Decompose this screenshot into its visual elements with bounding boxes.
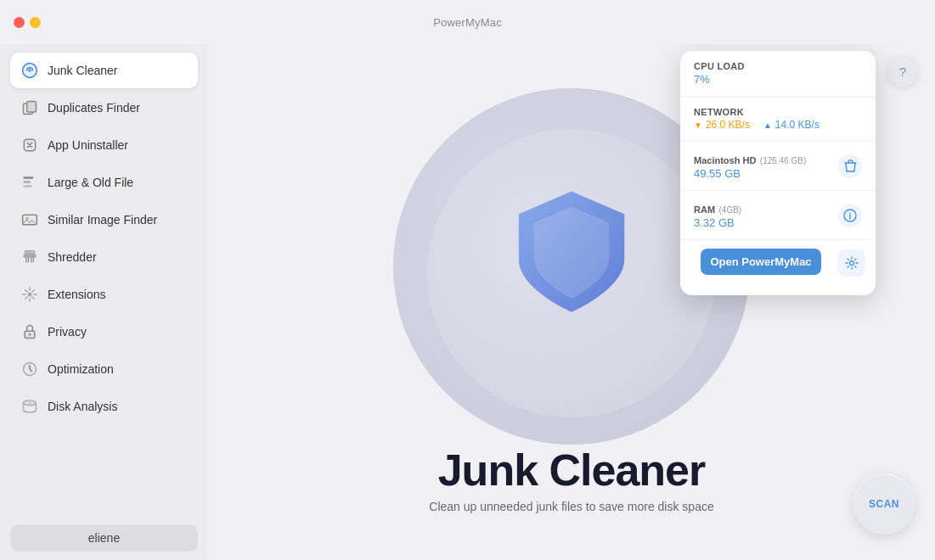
ram-value: 3.32 GB — [694, 216, 741, 229]
disk-trash-button[interactable] — [838, 154, 862, 178]
sidebar-label-optimization: Optimization — [48, 362, 114, 376]
help-button[interactable]: ? — [887, 56, 918, 87]
sidebar-label-similar-image-finder: Similar Image Finder — [48, 213, 157, 227]
ram-size: (4GB) — [719, 205, 742, 215]
sidebar-item-disk-analysis[interactable]: Disk Analysis — [10, 389, 198, 424]
network-upload: ▲ 14.0 KB/s — [763, 119, 820, 131]
disk-info: Macintosh HD (125.46 GB) 49.55 GB — [694, 152, 806, 180]
ram-info-button[interactable] — [838, 204, 862, 227]
sidebar-item-extensions[interactable]: Extensions — [10, 277, 198, 312]
popup-ram-section: RAM (4GB) 3.32 GB — [680, 191, 876, 240]
titlebar: PowerMyMac — [0, 0, 935, 44]
page-title: Junk Cleaner — [208, 446, 935, 495]
network-values: ▼ 26.0 KB/s ▲ 14.0 KB/s — [694, 119, 862, 131]
traffic-lights — [14, 17, 41, 28]
svg-point-17 — [28, 402, 31, 404]
sidebar: Junk Cleaner Duplicates Finder App Unins… — [0, 44, 208, 560]
svg-rect-3 — [27, 102, 37, 113]
optimization-icon — [20, 360, 39, 378]
popup-disk-section: Macintosh HD (125.46 GB) 49.55 GB — [680, 142, 876, 191]
main-layout: Junk Cleaner Duplicates Finder App Unins… — [0, 44, 935, 560]
popup-cpu-section: CPU LOAD 7% — [680, 51, 876, 97]
junk-cleaner-icon — [20, 61, 39, 80]
svg-rect-10 — [24, 255, 37, 258]
disk-analysis-icon — [20, 397, 39, 416]
sidebar-label-extensions: Extensions — [48, 288, 105, 301]
sidebar-label-disk-analysis: Disk Analysis — [48, 400, 117, 413]
content-area: Junk Cleaner Clean up unneeded junk file… — [208, 44, 935, 560]
popup-bottom-row: Open PowerMyMac — [680, 240, 876, 295]
similar-image-finder-icon — [20, 210, 39, 229]
sidebar-item-privacy[interactable]: Privacy — [10, 314, 198, 350]
svg-point-19 — [849, 212, 851, 214]
open-powermymac-button[interactable]: Open PowerMyMac — [701, 249, 821, 275]
cpu-value: 7% — [694, 73, 862, 86]
sidebar-label-large-old-file: Large & Old File — [48, 176, 133, 189]
popup-network-section: Network ▼ 26.0 KB/s ▲ 14.0 KB/s — [680, 97, 876, 142]
username: eliene — [88, 531, 120, 545]
help-icon: ? — [899, 64, 906, 79]
disk-name: Macintosh HD — [694, 155, 756, 165]
sidebar-label-privacy: Privacy — [48, 325, 87, 339]
scan-button[interactable]: SCAN — [853, 473, 915, 535]
download-value: 26.0 KB/s — [706, 119, 750, 131]
sidebar-item-shredder[interactable]: Shredder — [10, 239, 198, 275]
sidebar-label-shredder: Shredder — [48, 250, 97, 264]
popup-settings-button[interactable] — [838, 249, 865, 277]
sidebar-label-app-uninstaller: App Uninstaller — [48, 138, 128, 152]
user-profile[interactable]: eliene — [10, 524, 198, 552]
duplicates-finder-icon — [20, 98, 39, 117]
ram-label: RAM — [694, 204, 715, 215]
privacy-icon — [20, 322, 39, 341]
sidebar-label-duplicates-finder: Duplicates Finder — [48, 101, 140, 115]
sidebar-item-junk-cleaner[interactable]: Junk Cleaner — [10, 53, 198, 88]
sidebar-item-optimization[interactable]: Optimization — [10, 351, 198, 387]
svg-point-1 — [28, 69, 31, 71]
ram-name-row: RAM (4GB) — [694, 201, 741, 216]
svg-rect-5 — [24, 176, 34, 179]
extensions-icon — [20, 285, 39, 304]
app-title: PowerMyMac — [433, 16, 502, 29]
app-uninstaller-icon — [20, 136, 39, 154]
svg-point-12 — [28, 293, 32, 297]
minimize-button[interactable] — [30, 17, 41, 28]
sidebar-item-similar-image-finder[interactable]: Similar Image Finder — [10, 202, 198, 238]
svg-rect-6 — [24, 181, 31, 183]
sidebar-item-large-old-file[interactable]: Large & Old File — [10, 165, 198, 200]
network-download: ▼ 26.0 KB/s — [694, 119, 750, 131]
download-icon: ▼ — [694, 120, 702, 130]
sidebar-item-app-uninstaller[interactable]: App Uninstaller — [10, 127, 198, 163]
close-button[interactable] — [14, 17, 25, 28]
svg-point-20 — [850, 260, 854, 265]
svg-point-14 — [29, 333, 31, 336]
svg-rect-7 — [24, 185, 32, 188]
shield-logo — [504, 184, 639, 323]
sidebar-item-duplicates-finder[interactable]: Duplicates Finder — [10, 90, 198, 126]
disk-name-row: Macintosh HD (125.46 GB) — [694, 152, 806, 167]
network-label: Network — [694, 107, 862, 117]
shredder-icon — [20, 248, 39, 266]
scan-button-label: SCAN — [869, 498, 899, 510]
sidebar-label-junk-cleaner: Junk Cleaner — [48, 64, 118, 77]
bottom-text-area: Junk Cleaner Clean up unneeded junk file… — [208, 446, 935, 513]
system-popup: CPU LOAD 7% Network ▼ 26.0 KB/s ▲ 14.0 K… — [680, 51, 876, 295]
svg-rect-11 — [25, 251, 35, 255]
page-subtitle: Clean up unneeded junk files to save mor… — [208, 500, 935, 513]
upload-icon: ▲ — [763, 120, 772, 130]
upload-value: 14.0 KB/s — [775, 119, 820, 131]
large-old-file-icon — [20, 173, 39, 192]
cpu-label: CPU LOAD — [694, 61, 862, 71]
ram-info: RAM (4GB) 3.32 GB — [694, 201, 741, 229]
disk-size: (125.46 GB) — [760, 156, 806, 165]
disk-value: 49.55 GB — [694, 167, 806, 180]
